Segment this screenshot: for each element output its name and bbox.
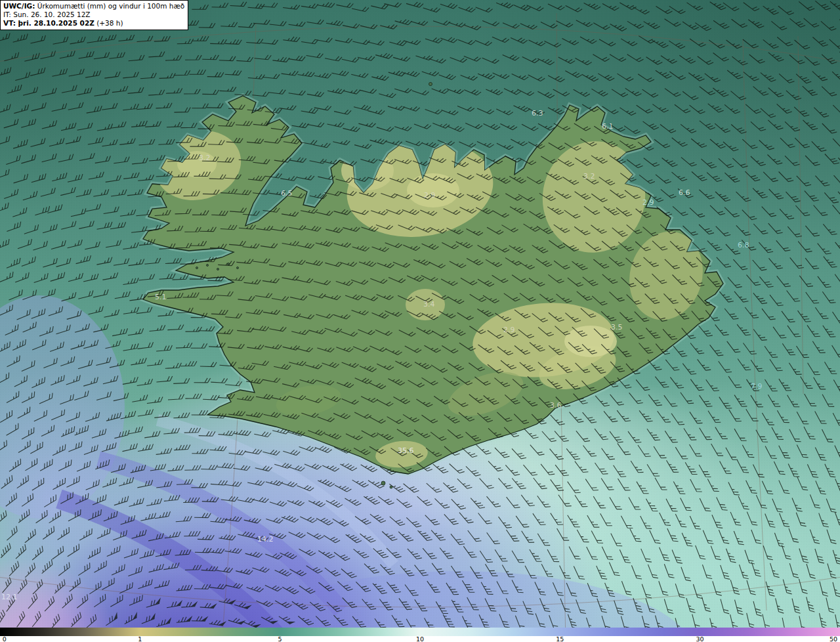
colorbar-tick-label: 15 [556,636,564,642]
precip-value-label: 14.2 [257,535,274,544]
precip-value-label: 2.9 [503,326,515,334]
init-time-line: IT: Sun. 26. 10. 2025 12Z [3,11,184,19]
precip-value-label: 6.3 [532,109,543,118]
valid-time-offset: (+38 h) [94,19,123,27]
weather-map-screen: 6.36.13.26.52.93.26.62.96.85.13.42.93.53… [0,0,840,642]
precip-value-label: 35.6 [398,446,414,455]
precip-value-label: 6.8 [738,241,749,249]
colorbar-tick-label: 10 [416,636,424,642]
colorbar-tick-label: 5 [278,636,282,642]
precip-value-label: 6.5 [281,189,293,198]
colorbar-ticks: 01510153050 [0,636,840,642]
precip-value-label: 12.1 [1,593,18,601]
colorbar-tick-label: 0 [3,636,7,642]
precip-value-label: 3.4 [423,300,435,309]
model-name: UWC/IG: [3,2,35,10]
precip-colorbar: 01510153050 [0,628,840,642]
precip-value-label: 3.5 [611,323,623,332]
map-title-text: Úrkomumætti (mm) og vindur i 100m hæð [35,2,184,10]
precip-value-label: 6.6 [679,188,690,197]
precip-value-label: 6.1 [602,122,614,131]
precip-value-label: 3.6 [550,401,562,410]
map-title-box: UWC/IG: Úrkomumætti (mm) og vindur i 100… [0,0,188,30]
colorbar-tick-label: 50 [830,636,837,642]
precip-value-label: 2.9 [642,198,654,207]
colorbar-tick-label: 30 [696,636,704,642]
colorbar-tick-label: 1 [138,636,142,642]
valid-time-line: VT: þri. 28.10.2025 02Z (+38 h) [3,19,184,28]
map-title-line: UWC/IG: Úrkomumætti (mm) og vindur i 100… [3,2,184,11]
valid-time-text: VT: þri. 28.10.2025 02Z [3,19,94,27]
precip-value-label: 3.2 [583,172,595,181]
precip-value-label: 7.9 [751,382,763,391]
map-canvas: 6.36.13.26.52.93.26.62.96.85.13.42.93.53… [0,0,840,642]
precip-value-label: 2.9 [424,191,436,200]
precip-value-label: 3.2 [199,154,211,162]
precip-value-label: 5.1 [155,293,167,301]
